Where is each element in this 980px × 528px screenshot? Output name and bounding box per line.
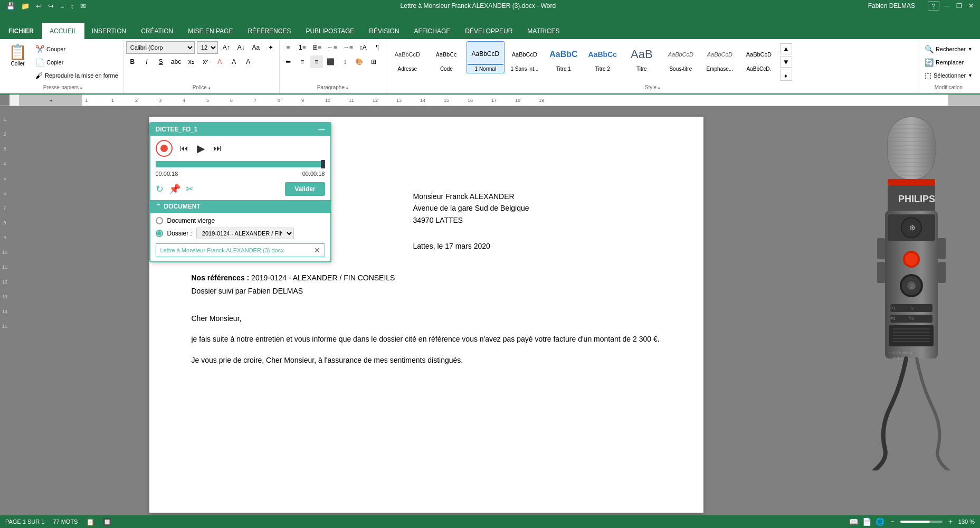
police-expand-icon[interactable]: ⬧ [208, 85, 211, 90]
highlight-btn[interactable]: A [227, 55, 240, 68]
shading-btn[interactable]: A [242, 55, 254, 68]
view-read-btn[interactable]: 📖 [849, 517, 858, 526]
paragraph-marks-btn[interactable]: ¶ [371, 41, 384, 54]
tab-insertion[interactable]: INSERTION [84, 23, 134, 39]
layout-icon[interactable]: 🔲 [103, 518, 111, 526]
selectionner-button[interactable]: ⬚ Sélectionner ▼ [921, 70, 976, 81]
superscript-btn[interactable]: x² [199, 55, 212, 68]
align-left-btn[interactable]: ⬅ [282, 55, 294, 68]
justify-btn[interactable]: ⬛ [325, 55, 337, 68]
rewind-button[interactable]: ⏮ [178, 143, 191, 154]
font-case-btn[interactable]: Aa [250, 41, 262, 54]
font-grow-btn[interactable]: A↑ [220, 41, 233, 54]
view-web-btn[interactable]: 🌐 [876, 517, 884, 526]
coller-button[interactable]: 📋 Coller [4, 41, 31, 69]
tab-developpeur[interactable]: DÉVELOPPEUR [458, 23, 520, 39]
fast-forward-button[interactable]: ⏭ [211, 143, 224, 154]
align-center-btn[interactable]: ≡ [296, 55, 309, 68]
tab-creation[interactable]: CRÉATION [134, 23, 180, 39]
redo-icon[interactable]: ↪ [46, 1, 56, 11]
style-normal[interactable]: AaBbCcD 1 Normal [467, 41, 505, 73]
styles-more[interactable]: ⬧ [780, 70, 792, 81]
record-button[interactable] [156, 140, 173, 157]
maximize-btn[interactable]: ❐ [954, 1, 964, 11]
zoom-slider[interactable] [900, 521, 943, 523]
sort-btn[interactable]: ↕A [357, 41, 369, 54]
style-sous-titre[interactable]: AaBbCcD Sous-titre [662, 41, 700, 73]
line-spacing-btn[interactable]: ↕ [339, 55, 351, 68]
doc-vierge-radio[interactable] [156, 217, 163, 224]
decrease-indent-btn[interactable]: ←≡ [325, 41, 339, 54]
paragraphe-expand-icon[interactable]: ⬧ [346, 85, 348, 90]
font-shrink-btn[interactable]: A↓ [235, 41, 248, 54]
tab-publipostage[interactable]: PUBLIPOSTAGE [298, 23, 361, 39]
strikethrough-btn[interactable]: abc [169, 55, 183, 68]
style-code[interactable]: AaBbCc Code [427, 41, 465, 73]
tab-mise-en-page[interactable]: MISE EN PAGE [180, 23, 240, 39]
style-emphase[interactable]: AaBbCcD Emphase... [701, 41, 739, 73]
list-icon[interactable]: ≡ [58, 1, 66, 11]
tab-accueil[interactable]: ACCUEIL [42, 23, 84, 39]
tab-revision[interactable]: RÉVISION [361, 23, 406, 39]
italic-btn[interactable]: I [140, 55, 153, 68]
font-clear-btn[interactable]: ✦ [264, 41, 277, 54]
multilevel-btn[interactable]: ⊞≡ [310, 41, 324, 54]
dictee-minimize-btn[interactable]: — [319, 126, 325, 133]
style-titre1[interactable]: AaBbC Titre 1 [545, 41, 583, 73]
refresh-icon[interactable]: ↻ [156, 183, 164, 195]
scissors-icon[interactable]: ✂ [186, 183, 194, 195]
tab-references[interactable]: RÉFÉRENCES [240, 23, 298, 39]
view-layout-btn[interactable]: 📄 [862, 517, 871, 526]
presse-papiers-expand-icon[interactable]: ⬧ [80, 85, 82, 90]
zoom-in-btn[interactable]: ＋ [947, 517, 954, 526]
reproduire-button[interactable]: 🖌 Reproduire la mise en forme [32, 70, 121, 81]
style-expand-icon[interactable]: ⬧ [658, 85, 660, 90]
align-right-btn[interactable]: ≡ [310, 55, 323, 68]
tab-affichage[interactable]: AFFICHAGE [407, 23, 458, 39]
styles-scroll-up[interactable]: ▲ [780, 43, 792, 54]
font-color-btn[interactable]: A [213, 55, 226, 68]
play-button[interactable]: ▶ [195, 141, 207, 156]
progress-bar[interactable] [156, 161, 325, 167]
save-icon[interactable]: 💾 [4, 1, 17, 11]
file-close-btn[interactable]: ✕ [314, 246, 320, 254]
close-btn[interactable]: ✕ [966, 1, 976, 11]
doc-section-chevron[interactable]: ⌃ [156, 203, 161, 210]
styles-scroll-down[interactable]: ▼ [780, 56, 792, 68]
numbering-btn[interactable]: 1≡ [296, 41, 309, 54]
valider-button[interactable]: Valider [285, 182, 325, 196]
borders-btn[interactable]: ⊞ [367, 55, 380, 68]
expand-icon[interactable]: ↕ [69, 1, 77, 11]
mail-icon[interactable]: ✉ [78, 1, 88, 11]
document-area[interactable]: DICTEE_FD_1 — ⏮ ▶ ⏭ [9, 106, 843, 528]
minimize-btn[interactable]: — [941, 1, 952, 11]
increase-indent-btn[interactable]: →≡ [341, 41, 355, 54]
proofing-icon[interactable]: 📋 [86, 518, 94, 526]
undo-icon[interactable]: ↩ [34, 1, 44, 11]
style-sans-interligne[interactable]: AaBbCcD 1 Sans int... [506, 41, 544, 73]
dossier-radio[interactable] [156, 230, 163, 237]
open-icon[interactable]: 📁 [19, 1, 32, 11]
style-adresse[interactable]: AaBbCcD Adresse [388, 41, 426, 73]
underline-btn[interactable]: S [155, 55, 167, 68]
tab-fichier[interactable]: FICHIER [0, 23, 42, 39]
dossier-select[interactable]: 2019-0124 - ALEXANDER / FIN [196, 228, 294, 239]
copier-button[interactable]: 📄 Copier [32, 56, 121, 68]
couper-button[interactable]: ✂️ Couper [32, 43, 121, 55]
bold-btn[interactable]: B [126, 55, 139, 68]
bookmark-icon[interactable]: 📌 [169, 183, 180, 195]
zoom-out-btn[interactable]: － [889, 517, 896, 526]
subscript-btn[interactable]: x₂ [185, 55, 197, 68]
help-btn[interactable]: ? [928, 1, 939, 11]
font-size-select[interactable]: 12 [197, 41, 218, 54]
bullets-btn[interactable]: ≡ [282, 41, 294, 54]
rechercher-button[interactable]: 🔍 Rechercher ▼ [921, 43, 976, 55]
doc-vierge-option[interactable]: Document vierge [156, 217, 325, 224]
style-normal2[interactable]: AaBbCcD AaBbCcD. [740, 41, 778, 73]
zoom-level[interactable]: 130 % [958, 518, 975, 525]
remplacer-button[interactable]: 🔄 Remplacer [921, 56, 967, 68]
shading-para-btn[interactable]: 🎨 [353, 55, 366, 68]
tab-matrices[interactable]: MATRICES [520, 23, 567, 39]
style-titre2[interactable]: AaBbCc Titre 2 [584, 41, 622, 73]
style-titre[interactable]: AaB Titre [623, 41, 661, 73]
